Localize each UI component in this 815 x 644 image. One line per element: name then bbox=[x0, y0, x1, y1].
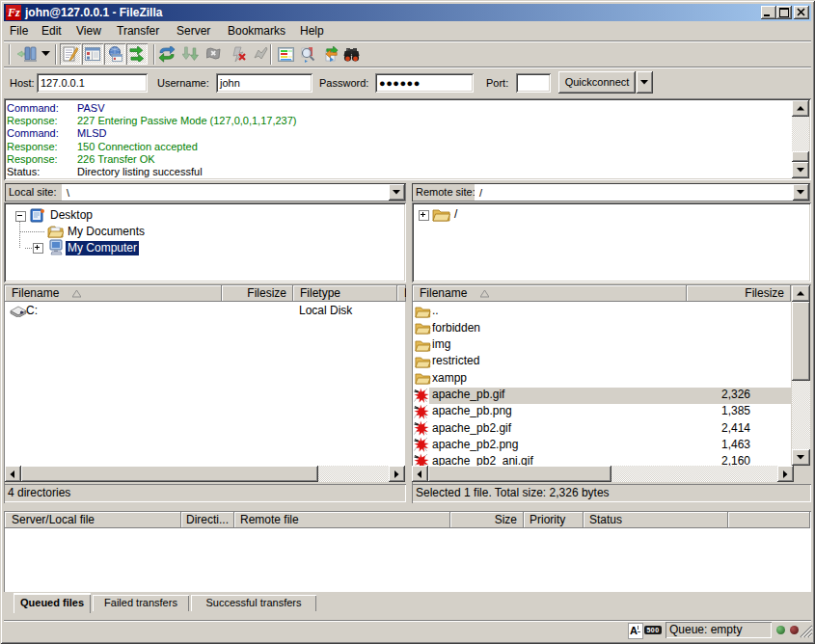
svg-text:Fz: Fz bbox=[7, 6, 20, 19]
